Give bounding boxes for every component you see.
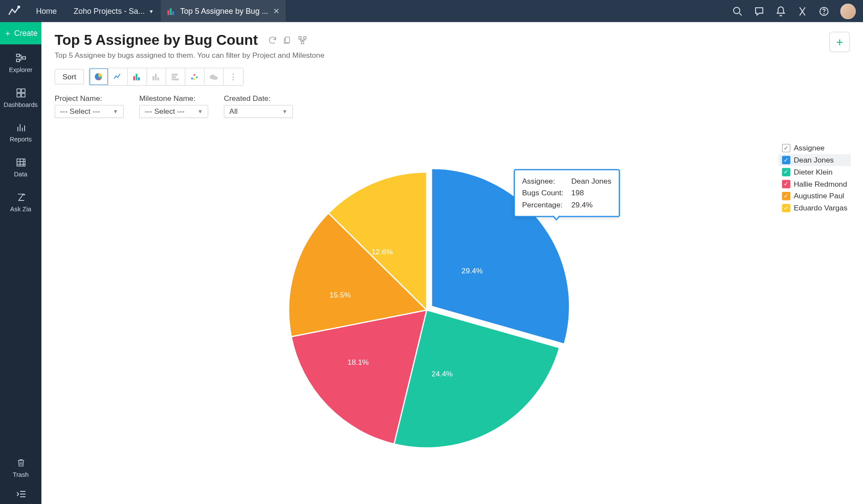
svg-rect-2 <box>170 8 172 15</box>
refresh-icon[interactable] <box>268 35 277 45</box>
svg-rect-18 <box>303 37 306 39</box>
svg-rect-28 <box>172 76 176 78</box>
chart-type-map[interactable] <box>205 69 224 85</box>
chart-area: 29.4% 24.4% 18.1% 15.5% 12.6% Assignee:D… <box>55 136 850 504</box>
filter-label: Project Name: <box>55 94 124 102</box>
sidebar-item-dashboards[interactable]: Dashboards <box>0 79 41 114</box>
legend-item[interactable]: ✓ Augustine Paul <box>778 190 851 202</box>
sidebar-item-askzia[interactable]: Ask Zia <box>0 184 41 219</box>
slice-label: 29.4% <box>462 267 483 275</box>
chat-icon[interactable] <box>754 6 765 16</box>
legend-label: Dieter Klein <box>794 168 832 176</box>
svg-point-31 <box>194 74 195 76</box>
chart-type-scatter[interactable] <box>186 69 205 85</box>
search-icon[interactable] <box>732 6 743 16</box>
svg-rect-25 <box>155 74 157 80</box>
add-button[interactable]: + <box>829 32 850 52</box>
svg-point-6 <box>824 13 824 13</box>
checkbox-icon: ✓ <box>782 192 790 200</box>
filter-label: Created Date: <box>224 94 293 102</box>
trash-icon <box>16 457 25 468</box>
sidebar-label: Trash <box>13 470 29 478</box>
sidebar-item-trash[interactable]: Trash <box>0 449 41 484</box>
svg-rect-7 <box>16 54 19 57</box>
avatar[interactable] <box>840 3 856 19</box>
tree-icon[interactable] <box>297 35 307 45</box>
svg-point-4 <box>734 7 740 13</box>
top-nav: Home Zoho Projects - Sa... ▾ Top 5 Assig… <box>28 0 286 22</box>
plus-icon: ＋ <box>4 28 12 39</box>
checkbox-icon: ✓ <box>782 180 790 188</box>
line-icon <box>113 72 123 81</box>
slice-label: 12.6% <box>372 247 393 256</box>
legend-item[interactable]: ✓ Dean Jones <box>778 154 851 166</box>
help-icon[interactable] <box>819 6 829 16</box>
bar-icon <box>133 72 141 81</box>
close-icon[interactable]: ✕ <box>273 6 280 16</box>
chart-type-more[interactable]: ⋮ <box>224 69 243 85</box>
legend-item[interactable]: ✓ Hallie Redmond <box>778 178 851 190</box>
topbar: Home Zoho Projects - Sa... ▾ Top 5 Assig… <box>0 0 863 22</box>
bell-icon[interactable] <box>775 6 786 16</box>
chevron-down-icon: ▾ <box>150 8 153 14</box>
create-button[interactable]: ＋Create <box>0 22 41 44</box>
slice-label: 15.5% <box>330 291 351 299</box>
sort-button[interactable]: Sort <box>55 69 84 85</box>
sidebar-item-explorer[interactable]: Explorer <box>0 44 41 79</box>
svg-rect-10 <box>17 89 20 92</box>
chart-type-line[interactable] <box>109 69 128 85</box>
created-select[interactable]: All▼ <box>224 105 293 118</box>
filter-label: Milestone Name: <box>139 94 208 102</box>
slice-label: 24.4% <box>432 370 453 378</box>
svg-point-0 <box>18 6 20 8</box>
dashboards-icon <box>15 88 26 98</box>
svg-rect-26 <box>157 77 159 80</box>
explorer-icon <box>15 53 27 63</box>
svg-rect-8 <box>16 59 19 62</box>
svg-rect-11 <box>21 89 25 92</box>
nav-workspace-dropdown[interactable]: Zoho Projects - Sa... ▾ <box>65 0 161 22</box>
svg-rect-1 <box>167 10 169 15</box>
sidebar-label: Explorer <box>9 66 32 73</box>
sidebar-item-reports[interactable]: Reports <box>0 114 41 149</box>
page-title: Top 5 Assignee by Bug Count <box>55 32 258 49</box>
chevron-down-icon: ▼ <box>282 109 287 115</box>
milestone-select[interactable]: --- Select ---▼ <box>139 105 208 118</box>
svg-point-32 <box>196 76 198 78</box>
svg-rect-24 <box>153 76 154 81</box>
svg-rect-13 <box>21 94 25 97</box>
chart-type-pie[interactable] <box>89 69 109 85</box>
chart-icon <box>167 7 175 15</box>
chevron-down-icon: ▼ <box>198 109 203 115</box>
app-logo-icon <box>7 4 21 18</box>
tooltip-key: Percentage: <box>522 199 565 211</box>
tools-icon[interactable] <box>797 6 808 16</box>
legend-header-label: Assignee <box>794 144 825 152</box>
nav-home[interactable]: Home <box>28 0 65 22</box>
legend-item[interactable]: ✓ Eduardo Vargas <box>778 202 851 214</box>
checkbox-icon: ✓ <box>782 204 790 212</box>
checkbox-icon: ✓ <box>782 168 790 176</box>
filters: Project Name: --- Select ---▼ Milestone … <box>55 94 850 118</box>
chart-type-bar[interactable] <box>128 69 147 85</box>
plus-icon: + <box>836 35 843 49</box>
filter-milestone: Milestone Name: --- Select ---▼ <box>139 94 208 118</box>
hbar-icon <box>171 72 180 81</box>
project-select[interactable]: --- Select ---▼ <box>55 105 124 118</box>
reports-icon <box>15 122 26 133</box>
topbar-actions <box>732 3 856 19</box>
open-tab[interactable]: Top 5 Assignee by Bug ... ✕ <box>161 0 286 22</box>
zia-icon <box>15 192 26 203</box>
chart-type-stacked[interactable] <box>147 69 167 85</box>
chart-type-hbar[interactable] <box>166 69 186 85</box>
copy-icon[interactable] <box>283 35 291 45</box>
checkbox-icon: ✓ <box>782 156 790 164</box>
sidebar-item-data[interactable]: Data <box>0 149 41 184</box>
svg-rect-21 <box>133 76 135 81</box>
sidebar-collapse[interactable] <box>0 484 41 504</box>
stacked-icon <box>152 72 160 81</box>
legend-header[interactable]: ✓ Assignee <box>778 142 851 154</box>
slice-label: 18.1% <box>347 358 369 366</box>
legend-item[interactable]: ✓ Dieter Klein <box>778 166 851 178</box>
svg-point-15 <box>23 194 24 195</box>
